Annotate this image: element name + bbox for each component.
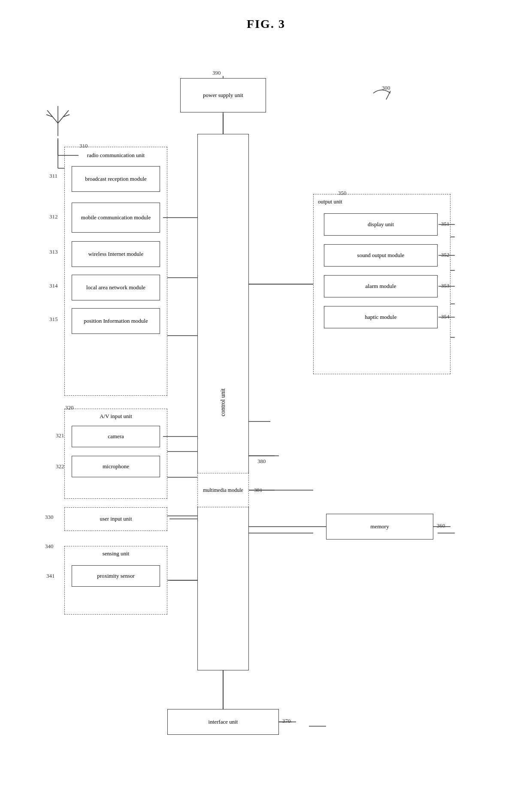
sound-output-module-box: sound output module <box>324 244 438 267</box>
ref-370: 370 <box>282 718 291 724</box>
diagram: 300 power supply unit 390 radio communic… <box>0 35 532 785</box>
ref-330: 330 <box>45 514 54 521</box>
broadcast-reception-module-box: broadcast reception module <box>72 166 160 192</box>
position-information-module-box: position Information module <box>72 308 160 334</box>
svg-line-24 <box>58 110 69 123</box>
ref-360: 360 <box>437 522 445 529</box>
ref-314: 314 <box>49 282 58 289</box>
ref-315: 315 <box>49 316 58 323</box>
ref-352: 352 <box>441 252 450 258</box>
ref-321: 321 <box>56 432 64 439</box>
ref-312: 312 <box>49 213 58 220</box>
microphone-box: microphone <box>72 456 160 477</box>
control-unit-box: control unit <box>197 134 249 670</box>
ref-381: 381 <box>254 487 263 494</box>
display-unit-box: display unit <box>324 213 438 236</box>
ref-322: 322 <box>56 463 64 470</box>
ref-354: 354 <box>441 313 450 320</box>
proximity-sensor-box: proximity sensor <box>72 565 160 587</box>
ref-351: 351 <box>441 221 450 227</box>
ref-350: 350 <box>338 190 347 197</box>
ref-353: 353 <box>441 282 450 289</box>
memory-box: memory <box>326 514 433 539</box>
antenna-icon <box>43 102 73 140</box>
power-supply-unit-box: power supply unit <box>180 78 266 112</box>
wireless-internet-module-box: wireless Internet module <box>72 241 160 267</box>
user-input-unit-box: user input unit <box>64 507 167 531</box>
ref-311: 311 <box>49 173 57 179</box>
interface-unit-box: interface unit <box>167 709 279 735</box>
ref-341: 341 <box>46 573 55 579</box>
ref-390: 390 <box>212 70 221 76</box>
haptic-module-box: haptic module <box>324 306 438 328</box>
ref-300: 300 <box>382 85 390 91</box>
mobile-communication-module-box: mobile communication module <box>72 203 160 233</box>
alarm-module-box: alarm module <box>324 275 438 297</box>
ref-313: 313 <box>49 249 58 255</box>
local-area-network-module-box: local area network module <box>72 275 160 300</box>
svg-line-46 <box>386 91 390 100</box>
ref-310: 310 <box>79 142 88 149</box>
camera-box: camera <box>72 426 160 447</box>
multimedia-module-box: multimedia module <box>197 473 249 507</box>
ref-340: 340 <box>45 543 54 550</box>
page-title: FIG. 3 <box>0 0 532 31</box>
svg-line-23 <box>47 110 58 123</box>
ref-320: 320 <box>65 404 74 411</box>
ref-380: 380 <box>257 458 266 465</box>
